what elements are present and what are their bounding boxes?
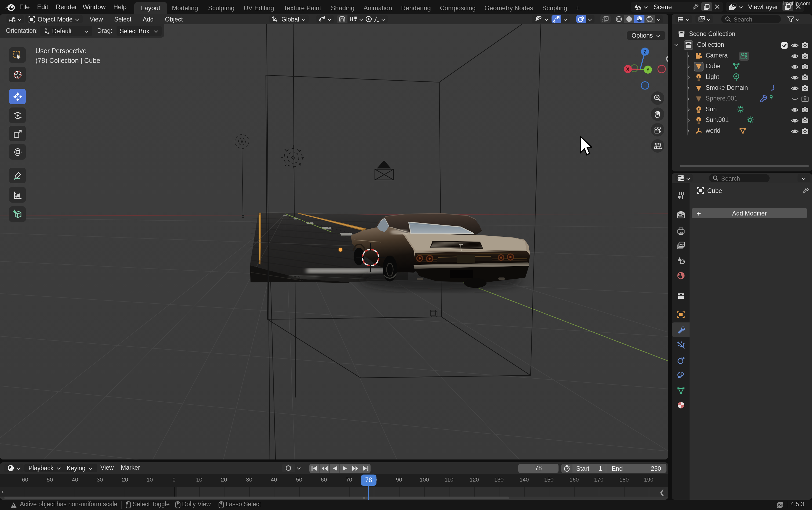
svg-text:Z: Z — [644, 49, 646, 55]
svg-text:Y: Y — [646, 67, 650, 73]
svg-text:X: X — [626, 67, 629, 72]
